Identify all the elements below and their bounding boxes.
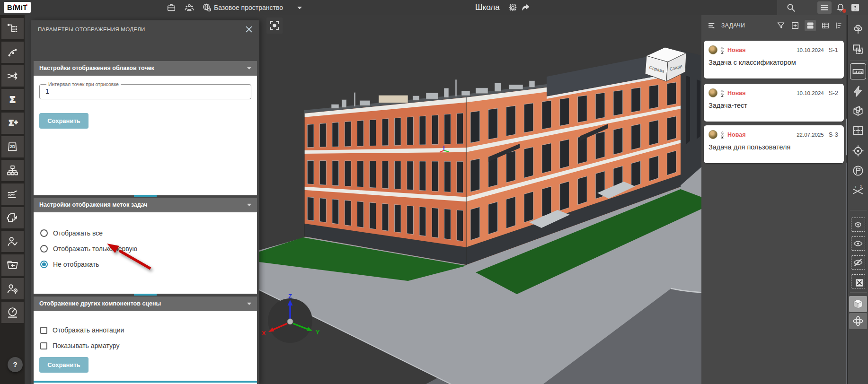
- radio-label: Отображать все: [53, 229, 103, 237]
- right-toolbar-ruler-measure[interactable]: [850, 63, 866, 79]
- left-toolbar-clash-shuffle[interactable]: [1, 65, 24, 87]
- user-location-icon: [6, 282, 19, 295]
- right-toolbar-orbit-mode[interactable]: [849, 313, 867, 329]
- right-toolbar-show-eye[interactable]: [851, 236, 865, 251]
- topbar-workspace-globe-button[interactable]: [201, 2, 213, 13]
- notification-badge: [842, 9, 846, 13]
- chevron-down-icon: [246, 301, 252, 307]
- right-toolbar-clear-selection-x[interactable]: [851, 274, 865, 288]
- user-check-icon: [6, 235, 19, 248]
- checkbox-option[interactable]: Отображать аннотации: [40, 324, 257, 336]
- focus-model-button[interactable]: [266, 17, 283, 34]
- left-toolbar-gauge-dashboard[interactable]: [1, 302, 24, 323]
- right-toolbar-flag-point[interactable]: [850, 163, 866, 179]
- left-toolbar-geometry-nodes[interactable]: [1, 42, 24, 63]
- topbar-notifications-bell-button[interactable]: [834, 2, 847, 13]
- right-toolbar-section-box[interactable]: [850, 103, 866, 119]
- avatar: [709, 130, 717, 139]
- section-divider-handle[interactable]: [134, 294, 157, 296]
- checkbox-option[interactable]: Показывать арматуру: [40, 340, 257, 351]
- sheet-2d-icon: [6, 140, 19, 153]
- axis-label-y: Y: [316, 329, 320, 336]
- point-cloud-tree-icon: [851, 22, 865, 35]
- left-toolbar-sum-sigma[interactable]: [1, 89, 24, 110]
- left-toolbar-user-location[interactable]: [1, 278, 24, 299]
- right-toolbar-measure-axes[interactable]: [850, 183, 866, 199]
- model-tree-icon: [6, 22, 19, 35]
- tasks-view-table-button[interactable]: [820, 20, 831, 31]
- view-cards-icon: [806, 21, 815, 30]
- point-interval-input[interactable]: [44, 87, 238, 96]
- left-toolbar-sheet-2d[interactable]: [1, 136, 24, 157]
- gauge-dashboard-icon: [6, 306, 19, 319]
- task-card[interactable]: Новая 10.10.2024 S-1 Задача с классифика…: [704, 41, 844, 79]
- right-toolbar-isolate-cube[interactable]: [851, 218, 865, 232]
- chevron-down-icon[interactable]: [296, 5, 303, 11]
- left-toolbar-structure-chart[interactable]: [1, 160, 24, 181]
- right-toolbar-view-cube[interactable]: [849, 296, 867, 312]
- save-button[interactable]: Сохранить: [39, 357, 89, 373]
- save-button[interactable]: Сохранить: [39, 113, 89, 129]
- floor-plan-icon: [851, 124, 865, 137]
- right-toolbar-select-overlap[interactable]: [850, 41, 866, 57]
- topbar-search-button[interactable]: [785, 2, 797, 13]
- topbar-briefcase-button[interactable]: [165, 2, 177, 13]
- task-id: S-3: [829, 131, 838, 138]
- radio-option[interactable]: Не отображать: [40, 259, 257, 270]
- topbar-settings-gear-button[interactable]: [506, 2, 519, 13]
- input-label: Интервал точек при отрисовке: [46, 81, 121, 87]
- workspace-selector[interactable]: Базовое пространство: [214, 4, 283, 11]
- app-logo[interactable]: BiMiT: [4, 2, 31, 13]
- wall-window: [697, 79, 700, 139]
- topbar-team-button[interactable]: [183, 2, 195, 13]
- close-icon[interactable]: [244, 25, 254, 34]
- tasks-add-task-button[interactable]: [789, 20, 801, 31]
- sum-sigma-icon: [6, 93, 19, 106]
- tasks-view-cards-button[interactable]: [805, 20, 816, 31]
- right-toolbar-clash-flash[interactable]: [850, 83, 866, 99]
- clear-selection-x-icon: [852, 276, 864, 287]
- left-toolbar: [0, 15, 25, 384]
- left-toolbar-sum-sigma-plus[interactable]: [1, 113, 24, 134]
- section-header-task-marks[interactable]: Настройки отображения меток задач: [34, 198, 257, 212]
- section-header-other-components[interactable]: Отображение других компонентов сцены: [34, 297, 257, 311]
- left-toolbar-plugins-puzzle[interactable]: [1, 207, 24, 228]
- right-toolbar-floor-plan[interactable]: [850, 122, 866, 139]
- task-date: 10.10.2024: [797, 47, 824, 53]
- left-toolbar-model-tree[interactable]: [1, 18, 24, 39]
- task-card[interactable]: Новая 10.10.2024 S-2 Задача-тест: [704, 84, 844, 122]
- right-toolbar-locate-target[interactable]: [850, 143, 866, 159]
- clash-flash-icon: [851, 85, 865, 98]
- section-header-point-clouds[interactable]: Настройки отображения облаков точек: [34, 61, 257, 76]
- right-toolbar-hide-eye-off[interactable]: [851, 255, 865, 270]
- wall-window: [686, 76, 690, 144]
- left-toolbar-user-check[interactable]: [1, 231, 24, 252]
- priority-icon: [720, 89, 725, 97]
- task-card[interactable]: Новая 22.07.2025 S-3 Задача для пользова…: [704, 125, 844, 163]
- topbar-share-forward-button[interactable]: [519, 2, 531, 13]
- tasks-view-tree-button[interactable]: [833, 20, 844, 31]
- checkbox-icon: [40, 327, 47, 334]
- tasks-filter-funnel-button[interactable]: [775, 20, 787, 31]
- topbar-panel-list-button[interactable]: [817, 1, 832, 14]
- toolbar-separator: [850, 210, 867, 210]
- topbar-account-user-button[interactable]: [849, 2, 861, 13]
- sum-sigma-plus-icon: [6, 117, 19, 130]
- task-status: Новая: [727, 47, 745, 53]
- left-toolbar-graphs-lines[interactable]: [1, 183, 24, 205]
- radio-option[interactable]: Отображать все: [40, 227, 257, 239]
- help-button[interactable]: ?: [8, 357, 23, 372]
- task-date: 10.10.2024: [797, 90, 824, 96]
- view-tree-icon: [834, 21, 843, 30]
- briefcase-icon: [166, 2, 177, 13]
- locate-target-icon: [851, 144, 865, 157]
- radio-option[interactable]: Отображать только первую: [40, 243, 257, 254]
- top-bar: BiMiT Базовое пространство Школа: [0, 0, 868, 15]
- account-user-icon: [850, 2, 860, 13]
- left-toolbar-folder-export[interactable]: [1, 254, 24, 276]
- right-toolbar-point-cloud-tree[interactable]: [850, 21, 866, 37]
- section-divider-handle[interactable]: [134, 195, 157, 197]
- tasks-sort-menu-button[interactable]: [706, 20, 717, 31]
- tasks-panel: ЗАДАЧИ Новая 10.10.2024 S-1 Задача с кла…: [701, 15, 846, 384]
- select-overlap-icon: [851, 43, 865, 56]
